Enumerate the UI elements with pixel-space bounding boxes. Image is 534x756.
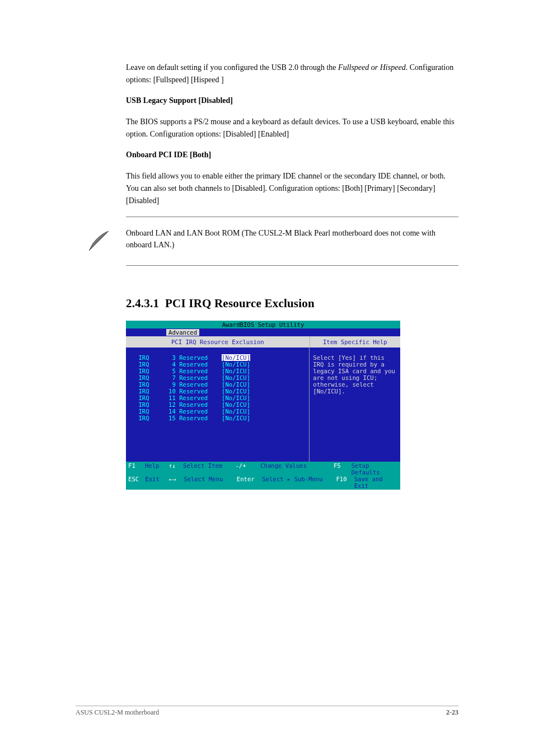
irq-row[interactable]: IRQ 9 Reserved[No/ICU] xyxy=(135,381,305,388)
irq-row[interactable]: IRQ15 Reserved[No/ICU] xyxy=(135,415,305,421)
bios-footer: F1Help ↑↓Select Item -/+Change Values F5… xyxy=(126,462,400,490)
irq-row[interactable]: IRQ14 Reserved[No/ICU] xyxy=(135,408,305,415)
note-quill-icon xyxy=(87,227,126,255)
irq-row[interactable]: IRQ 5 Reserved[No/ICU] xyxy=(135,368,305,374)
bios-tabbar: Advanced xyxy=(126,328,400,336)
onboard-ide-heading: Onboard PCI IDE [Both] xyxy=(126,149,458,161)
page-footer: ASUS CUSL2-M motherboard 2-23 xyxy=(76,706,458,717)
bios-titlebar: AwardBIOS Setup Utility xyxy=(126,321,400,328)
irq-row[interactable]: IRQ 4 Reserved[No/ICU] xyxy=(135,361,305,368)
note-text: Onboard LAN and LAN Boot ROM (The CUSL2-… xyxy=(126,227,458,251)
irq-row[interactable]: IRQ10 Reserved[No/ICU] xyxy=(135,388,305,395)
usb-legacy-heading: USB Legacy Support [Disabled] xyxy=(126,95,458,107)
divider xyxy=(126,265,458,266)
divider xyxy=(126,217,458,217)
irq-row[interactable]: IRQ11 Reserved[No/ICU] xyxy=(135,395,305,401)
bios-help-text: Select [Yes] if this IRQ is required by … xyxy=(310,348,400,462)
onboard-ide-paragraph: This field allows you to enable either t… xyxy=(126,170,458,206)
bios-screenshot: AwardBIOS Setup Utility Advanced PCI IRQ… xyxy=(126,321,400,490)
usb20-paragraph: Leave on default setting if you configur… xyxy=(126,62,458,86)
section-heading: 2.4.3.1 PCI IRQ Resource Exclusion xyxy=(126,297,458,311)
bios-irq-list: IRQ 3 Reserved[No/ICU] IRQ 4 Reserved[No… xyxy=(126,348,310,462)
irq-row[interactable]: IRQ 3 Reserved[No/ICU] xyxy=(135,354,305,361)
usb-legacy-paragraph: The BIOS supports a PS/2 mouse and a key… xyxy=(126,116,458,140)
bios-tab-advanced[interactable]: Advanced xyxy=(166,329,199,336)
irq-row[interactable]: IRQ 7 Reserved[No/ICU] xyxy=(135,374,305,381)
irq-row[interactable]: IRQ12 Reserved[No/ICU] xyxy=(135,401,305,408)
bios-panel-header: PCI IRQ Resource Exclusion Item Specific… xyxy=(126,336,400,348)
